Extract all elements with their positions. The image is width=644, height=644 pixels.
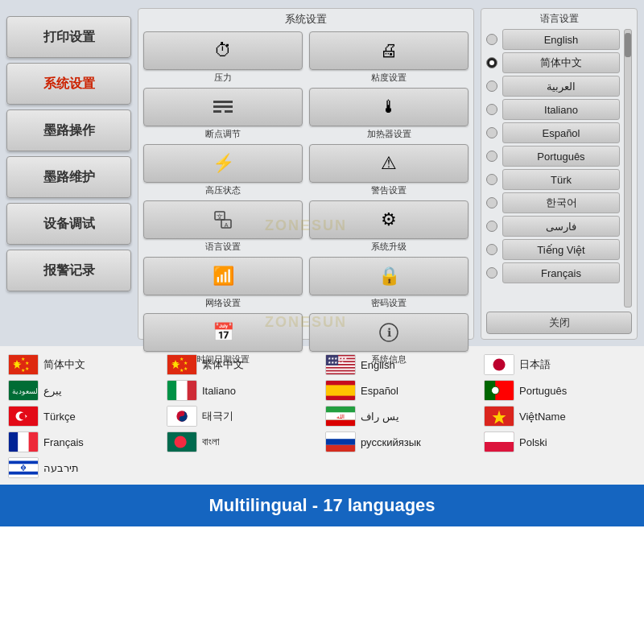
svg-rect-56 <box>9 432 18 452</box>
menu-btn-device[interactable]: 设备调试 <box>6 203 131 245</box>
btn-network[interactable]: 📶 <box>143 257 303 295</box>
lang-scrollbar[interactable] <box>624 29 632 308</box>
lang-item-portuguese[interactable]: Português <box>486 146 620 167</box>
btn-viscosity[interactable]: 🖨 <box>309 31 469 70</box>
svg-point-33 <box>493 358 505 370</box>
radio-korean[interactable] <box>486 197 497 208</box>
flag-japan <box>484 354 514 375</box>
svg-rect-37 <box>176 381 187 401</box>
svg-text:★: ★ <box>171 358 180 368</box>
lang-item-turkish[interactable]: Türk <box>486 169 620 190</box>
lang-btn-farsi[interactable]: فارسی <box>502 216 620 237</box>
svg-rect-26 <box>326 365 355 367</box>
flag-label-russian: русскийязык <box>361 436 421 448</box>
flag-label-portuguese: Português <box>519 385 567 397</box>
menu-btn-ink-maint[interactable]: 墨路维护 <box>6 156 131 198</box>
center-title: 系统设置 <box>143 12 469 27</box>
btn-upgrade[interactable]: ⚙ <box>309 200 469 239</box>
svg-rect-28 <box>326 372 355 374</box>
radio-portuguese[interactable] <box>486 151 497 162</box>
radio-arabic[interactable] <box>486 80 497 92</box>
flag-china: ★★★★★ <box>8 354 39 375</box>
radio-english[interactable] <box>486 34 497 45</box>
lang-btn-french[interactable]: Français <box>502 262 620 283</box>
flags-section: ★★★★★ 简体中文 ★★★★★ 繁体中文 ★★★ <box>0 346 644 485</box>
svg-rect-40 <box>326 385 355 395</box>
flag-label-schinese: 简体中文 <box>43 357 85 372</box>
btn-breakpoint[interactable] <box>143 88 303 126</box>
lang-item-spanish[interactable]: Español <box>486 122 620 143</box>
grid-cell-heater: 🌡 加热器设置 <box>309 88 469 140</box>
btn-pressure[interactable]: ⏱ <box>143 31 303 70</box>
flag-label-turkish: Türkçe <box>43 411 76 423</box>
grid-cell-sysinfo: ℹ 系统信息 <box>309 313 469 365</box>
flag-item-japanese: 日本語 <box>484 354 636 375</box>
radio-schinese[interactable] <box>486 57 497 68</box>
svg-rect-65 <box>485 432 514 442</box>
menu-btn-ink-op[interactable]: 墨路操作 <box>6 109 131 151</box>
svg-text:ℹ: ℹ <box>387 326 391 339</box>
radio-spanish[interactable] <box>486 127 497 138</box>
flag-item-polish: Polski <box>484 431 636 452</box>
svg-rect-3 <box>225 110 233 113</box>
radio-italian[interactable] <box>486 104 497 115</box>
grid-cell-viscosity: 🖨 粘度设置 <box>309 31 469 84</box>
lang-item-vietnamese[interactable]: Tiếng Việt <box>486 239 620 260</box>
btn-password[interactable]: 🔒 <box>309 257 469 295</box>
lang-btn-portuguese[interactable]: Português <box>502 146 620 167</box>
btn-hv[interactable]: ⚡ <box>143 144 303 183</box>
close-button[interactable]: 关闭 <box>486 312 632 334</box>
btn-sysinfo[interactable]: ℹ <box>309 313 469 352</box>
svg-point-60 <box>175 436 187 448</box>
svg-point-43 <box>492 386 499 394</box>
flag-item-arabic: السعودية يبرع <box>8 380 160 401</box>
svg-rect-52 <box>326 420 355 427</box>
lang-item-farsi[interactable]: فارسی <box>486 216 620 237</box>
flag-item-hebrew: תירבעה <box>8 457 160 478</box>
lang-item-english[interactable]: English <box>486 29 620 50</box>
radio-farsi[interactable] <box>486 221 497 232</box>
lang-item-french[interactable]: Français <box>486 262 620 283</box>
flag-label-arabic: يبرع <box>43 385 62 397</box>
btn-datetime[interactable]: 📅 <box>143 313 303 352</box>
btn-heater[interactable]: 🌡 <box>309 88 469 126</box>
label-sysinfo: 系统信息 <box>371 353 407 365</box>
lang-btn-spanish[interactable]: Español <box>502 122 620 143</box>
lang-item-arabic[interactable]: العربية <box>486 76 620 97</box>
radio-french[interactable] <box>486 267 497 279</box>
label-hv: 高压状态 <box>205 184 241 196</box>
lang-item-schinese[interactable]: 简体中文 <box>486 52 620 73</box>
menu-btn-system[interactable]: 系统设置 <box>6 63 131 105</box>
grid-cell-breakpoint: 断点调节 <box>143 88 303 140</box>
lang-btn-korean[interactable]: 한국어 <box>502 192 620 213</box>
menu-btn-alarm[interactable]: 报警记录 <box>6 250 131 291</box>
lang-item-italian[interactable]: Italiano <box>486 99 620 120</box>
flag-label-hebrew: תירבעה <box>43 462 79 474</box>
lang-btn-vietnamese[interactable]: Tiếng Việt <box>502 239 620 260</box>
btn-lang[interactable]: 文A <box>143 200 303 239</box>
lang-btn-turkish[interactable]: Türk <box>502 169 620 190</box>
lang-btn-english[interactable]: English <box>502 29 620 50</box>
flag-china-2: ★★★★★ <box>167 354 197 375</box>
radio-turkish[interactable] <box>486 174 497 185</box>
flag-item-spanish: Español <box>325 380 477 401</box>
bottom-banner: Multilingual - 17 languages <box>0 485 644 526</box>
btn-warning[interactable]: ⚠ <box>309 144 469 183</box>
svg-rect-0 <box>213 101 233 103</box>
grid-cell-upgrade: ⚙ 系统升级 <box>309 200 469 253</box>
lang-btn-arabic[interactable]: العربية <box>502 76 620 97</box>
svg-rect-2 <box>213 110 221 113</box>
svg-rect-57 <box>18 432 28 452</box>
flag-italy <box>167 380 197 401</box>
lang-item-korean[interactable]: 한국어 <box>486 192 620 213</box>
flag-portugal <box>484 380 514 401</box>
svg-text:★: ★ <box>21 368 25 373</box>
flag-label-korean: 태극기 <box>202 409 233 423</box>
lang-scrollbar-thumb[interactable] <box>625 33 631 57</box>
lang-btn-italian[interactable]: Italiano <box>502 99 620 120</box>
radio-vietnamese[interactable] <box>486 244 497 255</box>
flag-israel <box>8 457 39 478</box>
lang-btn-schinese[interactable]: 简体中文 <box>502 52 620 73</box>
svg-text:★: ★ <box>184 361 188 365</box>
menu-btn-print[interactable]: 打印设置 <box>6 16 131 58</box>
